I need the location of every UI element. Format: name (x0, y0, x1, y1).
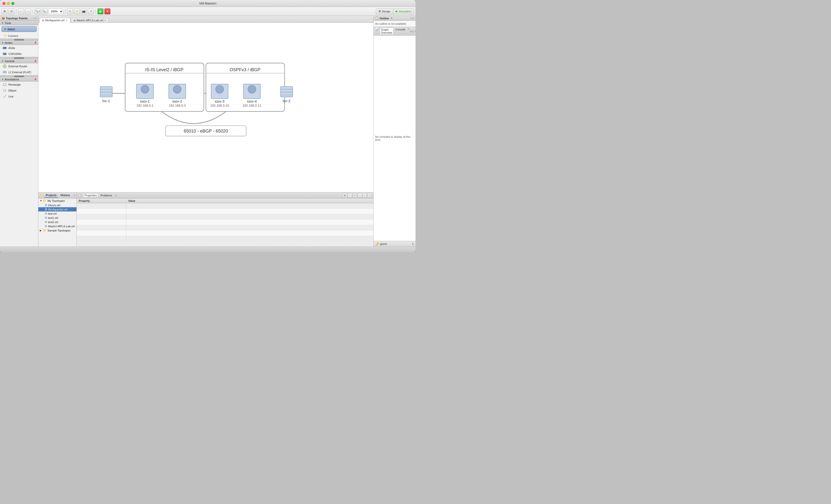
topology-canvas[interactable]: IS-IS Level2 / iBGP OSPFv3 / iBGP 65010 … (38, 23, 373, 192)
maximize-button[interactable] (11, 2, 15, 5)
console-tab[interactable]: Console (395, 28, 406, 35)
props-btn-2[interactable]: → (348, 193, 352, 198)
props-row-4 (77, 219, 373, 225)
palette-item-line[interactable]: Line (0, 93, 38, 99)
toolbar-screenshot-btn[interactable]: 📷 (81, 8, 87, 14)
svg-point-48 (248, 85, 256, 93)
palette-item-rectangle[interactable]: Rectangle (0, 82, 38, 88)
nodes-section-header[interactable]: ▼ Nodes 📌 (0, 40, 38, 45)
projects-tab[interactable]: Projects (44, 193, 58, 198)
outline-tab-close[interactable]: ✕ (391, 17, 393, 20)
problems-tab[interactable]: Problems (99, 194, 113, 197)
my-topologies-item[interactable]: ▼ 📁 My Topologies (38, 199, 77, 203)
connect-button[interactable]: ⚡ Connect (1, 33, 37, 38)
properties-tab[interactable]: Properties (83, 194, 98, 197)
zoom-dropdown[interactable]: 100% (49, 9, 63, 14)
general-scrollbar[interactable] (0, 75, 38, 77)
my-topologies-folder-icon: 📁 (43, 199, 47, 203)
palette-item-l2-external[interactable]: L2 External (FLAT) (0, 69, 38, 75)
tab-close-2[interactable]: ✕ (104, 19, 106, 22)
iosv-3-node[interactable]: iosv-3 192.168.0.10 (210, 84, 229, 107)
toolbar-cursor-btn[interactable]: ↖ (67, 8, 73, 14)
outline-max-icon[interactable]: □ (412, 17, 414, 20)
nodes-scrollbar[interactable] (0, 57, 38, 59)
svg-rect-30 (100, 87, 112, 97)
projects-toolbar-btn-1[interactable]: □ (72, 193, 77, 198)
annotations-section-header[interactable]: ▼ Annotations 📌 (0, 77, 38, 82)
close-button[interactable] (2, 2, 5, 5)
palette-item-asav[interactable]: ASAv (0, 45, 38, 51)
file-washu[interactable]: ⊞ WashU-MPLS-Lab.virl (38, 224, 77, 228)
nodes-section-label: Nodes (5, 41, 12, 44)
iosv-1-node[interactable]: iosv-1 192.168.0.1 (136, 84, 153, 107)
file-test1[interactable]: ⊞ test1.virl (38, 216, 77, 220)
outline-min-icon[interactable]: − (410, 17, 412, 20)
outline-message: An outline is not available. (375, 22, 407, 25)
simulation-tab[interactable]: ▶ Simulation (393, 8, 414, 14)
history-tab[interactable]: History (59, 193, 71, 198)
svg-text:iosv-1: iosv-1 (140, 99, 150, 103)
stop-button[interactable]: ■ (105, 8, 110, 14)
file-icon-2: ⊞ (45, 208, 47, 211)
status-bar (0, 246, 416, 252)
props-col-header: Property Value (77, 199, 373, 203)
outline-panel-icon: 📋 (375, 17, 379, 20)
iosv-4-node[interactable]: iosv-4 192.168.0.11 (242, 84, 261, 107)
toolbar-connect-btn[interactable]: ⚡ (74, 8, 80, 14)
props-tab-close[interactable]: ✕ (115, 194, 117, 197)
general-arrow-icon: ▼ (1, 60, 4, 62)
file-icon-5: ⊞ (45, 220, 47, 224)
annotations-section-label: Annotations (5, 78, 19, 81)
general-section-header[interactable]: ▼ General 📌 (0, 59, 38, 63)
select-button[interactable]: ↖ Select (1, 26, 37, 32)
props-btn-6[interactable]: □ (368, 193, 372, 198)
toolbar-zoom-in-btn[interactable]: 🔍+ (35, 8, 40, 14)
props-btn-1[interactable]: ⊞ (343, 193, 347, 198)
toolbar-zoom-out-btn[interactable]: 🔍- (41, 8, 48, 14)
window-title: VM Maestro (199, 1, 216, 5)
toolbar-export-btn[interactable]: ↗ (88, 8, 94, 14)
props-btn-3[interactable]: ↗ (353, 193, 357, 198)
palette-item-ellipse[interactable]: Ellipse (0, 88, 38, 93)
nodes-arrow-icon: ▼ (1, 41, 4, 44)
palette-min-icon[interactable]: − (33, 17, 35, 20)
minimize-button[interactable] (7, 2, 10, 5)
file-lifeofapacket[interactable]: ⊞ lifeofapacket.virl (38, 207, 77, 211)
annotations-arrow-icon: ▼ (1, 78, 4, 81)
console-tab-close[interactable]: ✕ (408, 28, 410, 35)
tab-washu[interactable]: ⊞ WashU-MPLS-Lab.virl ✕ (71, 18, 109, 23)
toolbar-icon-btn-2[interactable]: ⊡ (8, 8, 15, 14)
rectangle-icon (2, 82, 7, 87)
palette-max-icon[interactable]: □ (35, 17, 37, 20)
toolbar-icon-btn-1[interactable]: ⊞ (1, 8, 7, 14)
graph-icon-3[interactable]: ↗ (414, 30, 416, 33)
graph-icon-2[interactable]: □ (412, 30, 414, 33)
play-button[interactable]: ▶ (97, 8, 104, 14)
tools-scrollbar-thumb (14, 39, 24, 40)
palette-item-external-router[interactable]: External Router (0, 63, 38, 69)
file-icon-4: ⊞ (45, 216, 47, 219)
graph-overview-tab[interactable]: Graph Overview (380, 28, 394, 35)
outline-content: An outline is not available. (374, 21, 416, 27)
tools-scrollbar[interactable] (0, 38, 38, 40)
graph-icon-1[interactable]: ◁ (410, 30, 412, 33)
design-sim-tabs: ⊞ Design ▶ Simulation (376, 8, 414, 14)
props-btn-5[interactable]: − (363, 193, 367, 198)
outline-header-icons: − □ (410, 17, 414, 20)
iosv-2-node[interactable]: iosv-2 192.168.0.3 (169, 84, 186, 107)
tab-lifeofapacket[interactable]: ⊞ lifeofapacket.virl ✕ (39, 18, 70, 23)
palette-item-csr1000v[interactable]: CSR1000v (0, 51, 38, 57)
design-tab[interactable]: ⊞ Design (376, 8, 393, 14)
sample-topologies-item[interactable]: ▶ 📁 Sample Topologies (38, 228, 77, 233)
svg-text:iosv-4: iosv-4 (247, 99, 257, 103)
tab-close-1[interactable]: ✕ (65, 19, 67, 22)
file-test2[interactable]: ⊞ test2.virl (38, 220, 77, 224)
toolbar-back-btn[interactable]: ← (18, 8, 24, 14)
toolbar-forward-btn[interactable]: → (25, 8, 31, 14)
tools-section-header[interactable]: ▼ Tools (0, 21, 38, 25)
lxc-1-node[interactable]: lxc-1 (100, 87, 112, 103)
file-24csrs[interactable]: ⊞ 24csrs.virl (38, 203, 77, 207)
file-test[interactable]: ⊞ test.virl (38, 211, 77, 216)
props-btn-4[interactable]: ↓ (357, 193, 362, 198)
props-row-6 (77, 231, 373, 236)
